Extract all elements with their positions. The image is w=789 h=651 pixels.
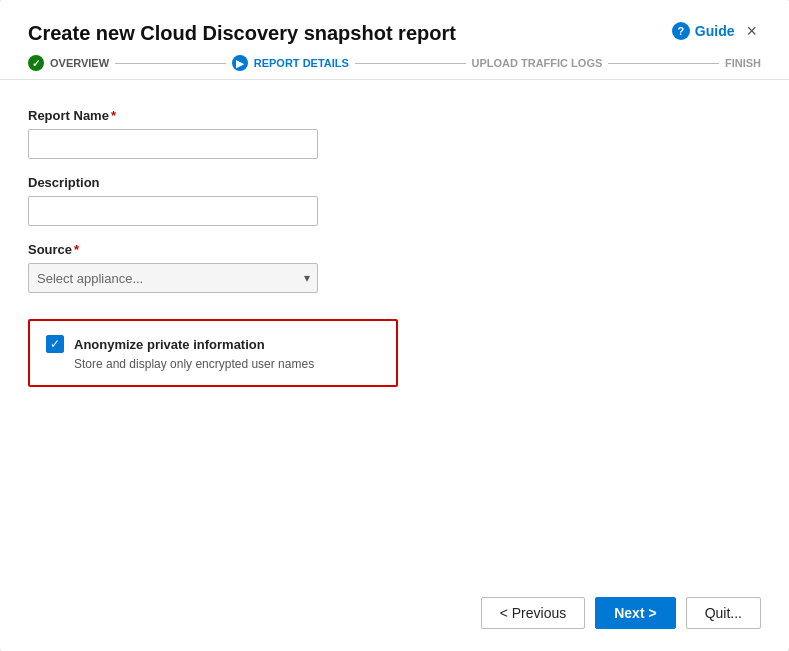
step-line-2	[355, 63, 466, 64]
description-input[interactable]	[28, 196, 318, 226]
dialog-header: Create new Cloud Discovery snapshot repo…	[0, 0, 789, 55]
dialog-title: Create new Cloud Discovery snapshot repo…	[28, 22, 456, 45]
step-overview-icon: ✓	[28, 55, 44, 71]
source-select[interactable]: Select appliance...	[28, 263, 318, 293]
guide-link[interactable]: ? Guide	[672, 22, 735, 40]
step-finish: FINISH	[725, 57, 761, 69]
anonymize-label: Anonymize private information	[74, 337, 265, 352]
report-name-input[interactable]	[28, 129, 318, 159]
dialog-footer: < Previous Next > Quit...	[0, 581, 789, 651]
step-report-details-icon: ▶	[232, 55, 248, 71]
guide-icon: ?	[672, 22, 690, 40]
anonymize-description: Store and display only encrypted user na…	[46, 357, 380, 371]
previous-button[interactable]: < Previous	[481, 597, 586, 629]
header-right: ? Guide ×	[672, 22, 761, 40]
guide-label: Guide	[695, 23, 735, 39]
anonymize-checkbox[interactable]: ✓	[46, 335, 64, 353]
step-overview: ✓ OVERVIEW	[28, 55, 109, 71]
steps-bar: ✓ OVERVIEW ▶ REPORT DETAILS UPLOAD TRAFF…	[0, 55, 789, 71]
step-line-1	[115, 63, 226, 64]
quit-button[interactable]: Quit...	[686, 597, 761, 629]
description-group: Description	[28, 175, 761, 226]
step-finish-label: FINISH	[725, 57, 761, 69]
step-upload-traffic-label: UPLOAD TRAFFIC LOGS	[472, 57, 603, 69]
source-select-wrapper: Select appliance... ▾	[28, 263, 318, 293]
source-label: Source*	[28, 242, 761, 257]
step-overview-label: OVERVIEW	[50, 57, 109, 69]
report-name-label: Report Name*	[28, 108, 761, 123]
check-icon: ✓	[50, 338, 60, 350]
dialog-content: Report Name* Description Source* Select …	[0, 98, 789, 581]
checkbox-row: ✓ Anonymize private information	[46, 335, 380, 353]
close-button[interactable]: ×	[742, 22, 761, 40]
description-label: Description	[28, 175, 761, 190]
report-name-required: *	[111, 108, 116, 123]
next-button[interactable]: Next >	[595, 597, 675, 629]
divider-top	[0, 79, 789, 80]
source-group: Source* Select appliance... ▾	[28, 242, 761, 293]
step-upload-traffic: UPLOAD TRAFFIC LOGS	[472, 57, 603, 69]
step-report-details-label: REPORT DETAILS	[254, 57, 349, 69]
source-required: *	[74, 242, 79, 257]
anonymize-section: ✓ Anonymize private information Store an…	[28, 319, 398, 387]
dialog: Create new Cloud Discovery snapshot repo…	[0, 0, 789, 651]
step-report-details: ▶ REPORT DETAILS	[232, 55, 349, 71]
step-line-3	[608, 63, 719, 64]
report-name-group: Report Name*	[28, 108, 761, 159]
